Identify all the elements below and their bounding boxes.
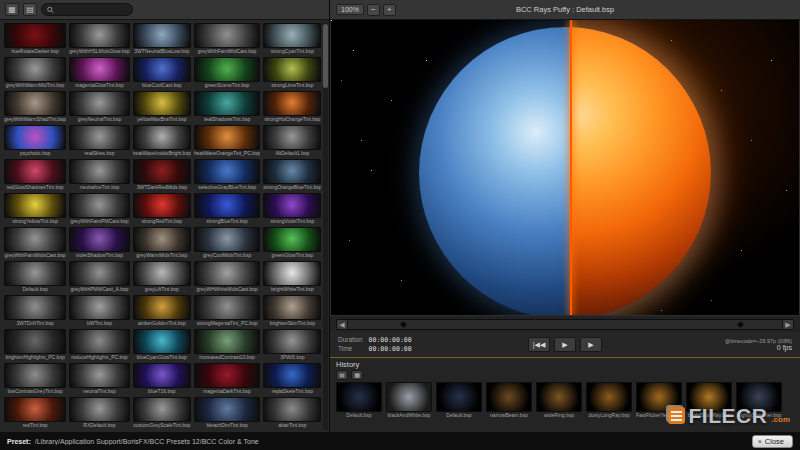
preset-item[interactable]: strongLimeTint.bsp (263, 57, 321, 89)
preset-thumbnail[interactable] (263, 193, 321, 218)
preset-item[interactable]: strongHotOrangeTint.bsp (263, 91, 321, 123)
preset-thumbnail[interactable] (133, 57, 191, 82)
preset-item[interactable]: greyWithFaintPMCast.bsp (69, 193, 130, 225)
forward-button[interactable]: ▶ (580, 337, 602, 352)
preset-item[interactable]: greyWithWarmMidTint.bsp (4, 57, 66, 89)
preset-thumbnail[interactable] (4, 23, 66, 48)
timeline-out-marker[interactable] (737, 321, 744, 328)
history-item[interactable]: dustyLongRay.bsp (586, 382, 632, 419)
preset-item[interactable]: greyNeutralTint.bsp (69, 91, 130, 123)
preset-item[interactable]: reduceHighlights_PC.bsp (69, 329, 130, 361)
preset-item[interactable]: bleachDimTint.bsp (194, 397, 260, 429)
history-thumbnail[interactable] (486, 382, 532, 412)
preset-thumbnail[interactable] (194, 261, 260, 286)
preset-thumbnail[interactable] (263, 227, 321, 252)
preset-item[interactable]: selectiveGrayBlueTint.bsp (194, 159, 260, 191)
history-thumbnail[interactable] (386, 382, 432, 412)
preset-thumbnail[interactable] (263, 363, 321, 388)
zoom-in-button[interactable]: + (383, 4, 396, 16)
history-item[interactable]: Default.bsp (336, 382, 382, 419)
preset-thumbnail[interactable] (133, 261, 191, 286)
timeline-scrubber[interactable]: ◀ ▶ (336, 319, 794, 330)
preset-item[interactable]: 3WTNeutralBlueLow.bsp (133, 23, 191, 55)
preset-thumbnail[interactable] (263, 261, 321, 286)
preset-item[interactable]: greyWithWarmShadTint.bsp (4, 91, 66, 123)
preset-thumbnail[interactable] (133, 363, 191, 388)
preset-thumbnail[interactable] (263, 57, 321, 82)
preset-item[interactable]: redGlowShadowsTint.bsp (4, 159, 66, 191)
play-button[interactable]: ▶ (554, 337, 576, 352)
close-button[interactable]: × Close (752, 435, 793, 448)
zoom-level-dropdown[interactable]: 100% (336, 4, 364, 15)
preset-thumbnail[interactable] (4, 295, 66, 320)
timeline-left-arrow[interactable]: ◀ (337, 320, 348, 329)
preset-thumbnail[interactable] (69, 159, 130, 184)
history-item[interactable]: Default.bsp (436, 382, 482, 419)
preset-item[interactable]: hueRotateDarker.bsp (4, 23, 66, 55)
preset-item[interactable]: yellowMaxBrwTint.bsp (133, 91, 191, 123)
preset-thumbnail[interactable] (194, 193, 260, 218)
preset-item[interactable]: neutralTint.bsp (69, 363, 130, 395)
preset-thumbnail[interactable] (133, 91, 191, 116)
preset-item[interactable]: blueT16.bsp (133, 363, 191, 395)
preset-thumbnail[interactable] (69, 363, 130, 388)
preset-item[interactable]: heatWaveOrangeTint_PC.bsp (194, 125, 260, 157)
preset-thumbnail[interactable] (194, 295, 260, 320)
history-item[interactable]: wideRing.bsp (536, 382, 582, 419)
preset-item[interactable]: strongCyanTint.bsp (263, 23, 321, 55)
preset-item[interactable]: blueCoolCast.bsp (133, 57, 191, 89)
preset-thumbnail[interactable] (69, 23, 130, 48)
preset-item[interactable]: bWTint.bsp (69, 295, 130, 327)
preset-item[interactable]: heatWaveInsideBright.bsp (133, 125, 191, 157)
preset-item[interactable]: customGreyScaleTint.bsp (133, 397, 191, 429)
preset-thumbnail[interactable] (69, 397, 130, 422)
zoom-out-button[interactable]: − (367, 4, 380, 16)
preset-item[interactable]: greyWHWhiteMidsCast.bsp (194, 261, 260, 293)
preset-item[interactable]: redTint.bsp (4, 397, 66, 429)
preset-thumbnail[interactable] (69, 57, 130, 82)
preset-item[interactable]: neutralIceTint.bsp (69, 159, 130, 191)
preset-item[interactable]: 3PWt5.bsp (263, 329, 321, 361)
preset-item[interactable]: magentaDarkTint.bsp (194, 363, 260, 395)
preset-item[interactable]: AltDefault1.bsp (263, 125, 321, 157)
preset-thumbnail[interactable] (133, 397, 191, 422)
compare-split-handle[interactable] (570, 20, 572, 315)
preset-item[interactable]: greenSceneTint.bsp (194, 57, 260, 89)
preset-item[interactable]: brightWhiteTint.bsp (263, 261, 321, 293)
preset-item[interactable]: brightenHighlights_PC.bsp (4, 329, 66, 361)
timeline-in-marker[interactable] (400, 321, 407, 328)
preset-thumbnail[interactable] (263, 397, 321, 422)
preset-thumbnail[interactable] (69, 227, 130, 252)
preset-item[interactable]: amberGoldenTint.bsp (133, 295, 191, 327)
preset-item[interactable]: strongYellowTint.bsp (4, 193, 66, 225)
preset-item[interactable]: greyLiftTint.bsp (133, 261, 191, 293)
preset-thumbnail[interactable] (4, 159, 66, 184)
preset-item[interactable]: tealShadowsTint.bsp (194, 91, 260, 123)
preset-item[interactable]: strongVioletTint.bsp (263, 193, 321, 225)
preset-thumbnail[interactable] (4, 261, 66, 286)
preset-thumbnail[interactable] (194, 57, 260, 82)
search-input[interactable] (57, 6, 127, 13)
preset-thumbnail[interactable] (4, 91, 66, 116)
history-grid-icon[interactable]: ▦ (351, 370, 363, 380)
preset-thumbnail[interactable] (133, 329, 191, 354)
preset-item[interactable]: lowContrastGreyTint.bsp (4, 363, 66, 395)
preset-item[interactable]: greyWithHSLMidsGlow.bsp (69, 23, 130, 55)
history-item[interactable]: narrowBeam.bsp (486, 382, 532, 419)
history-thumbnail[interactable] (586, 382, 632, 412)
preset-thumbnail[interactable] (4, 227, 66, 252)
preset-item[interactable]: RXDefault.bsp (69, 397, 130, 429)
preset-item[interactable]: strongRedTint.bsp (133, 193, 191, 225)
preset-thumbnail[interactable] (69, 261, 130, 286)
preset-thumbnail[interactable] (194, 23, 260, 48)
preset-thumbnail[interactable] (4, 363, 66, 388)
rewind-button[interactable]: |◀◀ (528, 337, 550, 352)
preset-item[interactable]: increasedContrast10.bsp (194, 329, 260, 361)
history-save-icon[interactable]: ▤ (336, 370, 348, 380)
preset-thumbnail[interactable] (263, 23, 321, 48)
preset-thumbnail[interactable] (263, 125, 321, 150)
preset-thumbnail[interactable] (69, 125, 130, 150)
preset-thumbnail[interactable] (69, 295, 130, 320)
preset-thumbnail[interactable] (133, 227, 191, 252)
preset-thumbnail[interactable] (263, 295, 321, 320)
